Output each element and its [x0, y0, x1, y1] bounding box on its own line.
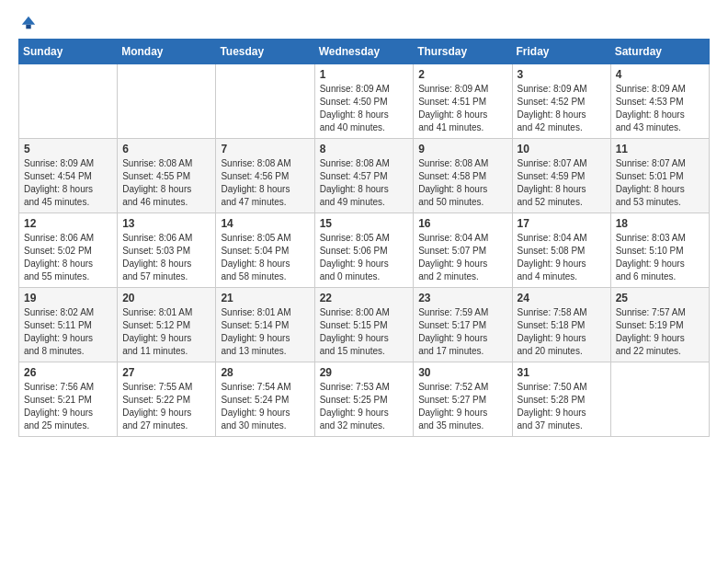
day-number: 27 — [122, 366, 210, 379]
calendar-cell: 6Sunrise: 8:08 AM Sunset: 4:55 PM Daylig… — [118, 139, 216, 213]
day-number: 20 — [122, 292, 210, 304]
calendar-cell: 29Sunrise: 7:53 AM Sunset: 5:25 PM Dayli… — [314, 362, 414, 437]
calendar-week-1: 1Sunrise: 8:09 AM Sunset: 4:50 PM Daylig… — [19, 64, 710, 139]
calendar-table: SundayMondayTuesdayWednesdayThursdayFrid… — [18, 39, 710, 437]
day-info: Sunrise: 8:00 AM Sunset: 5:15 PM Dayligh… — [320, 306, 409, 358]
calendar-week-4: 19Sunrise: 8:02 AM Sunset: 5:11 PM Dayli… — [19, 288, 710, 362]
day-info: Sunrise: 8:09 AM Sunset: 4:51 PM Dayligh… — [418, 83, 506, 134]
weekday-header-saturday: Saturday — [610, 40, 709, 64]
weekday-header-friday: Friday — [512, 40, 610, 64]
day-number: 24 — [518, 292, 606, 304]
day-number: 28 — [221, 366, 309, 379]
day-number: 25 — [616, 292, 704, 304]
calendar-cell — [118, 64, 216, 139]
day-info: Sunrise: 7:53 AM Sunset: 5:25 PM Dayligh… — [320, 381, 409, 432]
calendar-cell: 22Sunrise: 8:00 AM Sunset: 5:15 PM Dayli… — [314, 288, 414, 362]
day-number: 9 — [418, 143, 506, 155]
day-info: Sunrise: 8:03 AM Sunset: 5:10 PM Dayligh… — [616, 232, 704, 283]
day-info: Sunrise: 8:04 AM Sunset: 5:07 PM Dayligh… — [418, 232, 506, 283]
calendar-cell: 15Sunrise: 8:05 AM Sunset: 5:06 PM Dayli… — [314, 213, 414, 288]
calendar-cell — [610, 362, 709, 437]
calendar-cell: 7Sunrise: 8:08 AM Sunset: 4:56 PM Daylig… — [216, 139, 314, 213]
calendar-week-2: 5Sunrise: 8:09 AM Sunset: 4:54 PM Daylig… — [19, 139, 710, 213]
day-number: 1 — [320, 68, 409, 81]
day-number: 17 — [518, 217, 606, 230]
day-info: Sunrise: 8:09 AM Sunset: 4:54 PM Dayligh… — [24, 157, 112, 209]
day-number: 10 — [518, 143, 606, 155]
day-info: Sunrise: 8:09 AM Sunset: 4:53 PM Dayligh… — [616, 83, 704, 134]
day-number: 13 — [122, 217, 210, 230]
calendar-cell: 23Sunrise: 7:59 AM Sunset: 5:17 PM Dayli… — [414, 288, 512, 362]
day-info: Sunrise: 8:06 AM Sunset: 5:03 PM Dayligh… — [122, 232, 210, 283]
calendar-cell: 2Sunrise: 8:09 AM Sunset: 4:51 PM Daylig… — [414, 64, 512, 139]
calendar-cell: 5Sunrise: 8:09 AM Sunset: 4:54 PM Daylig… — [19, 139, 118, 213]
day-number: 14 — [221, 217, 309, 230]
day-number: 19 — [24, 292, 112, 304]
page-container: SundayMondayTuesdayWednesdayThursdayFrid… — [0, 0, 728, 446]
weekday-header-sunday: Sunday — [19, 40, 118, 64]
day-info: Sunrise: 8:06 AM Sunset: 5:02 PM Dayligh… — [24, 232, 112, 283]
day-number: 18 — [616, 217, 704, 230]
day-info: Sunrise: 8:07 AM Sunset: 5:01 PM Dayligh… — [616, 157, 704, 209]
day-info: Sunrise: 8:09 AM Sunset: 4:52 PM Dayligh… — [518, 83, 606, 134]
day-number: 15 — [320, 217, 409, 230]
calendar-cell: 13Sunrise: 8:06 AM Sunset: 5:03 PM Dayli… — [118, 213, 216, 288]
day-number: 2 — [418, 68, 506, 81]
calendar-cell: 3Sunrise: 8:09 AM Sunset: 4:52 PM Daylig… — [512, 64, 610, 139]
calendar-cell: 20Sunrise: 8:01 AM Sunset: 5:12 PM Dayli… — [118, 288, 216, 362]
day-number: 26 — [24, 366, 112, 379]
day-info: Sunrise: 7:50 AM Sunset: 5:28 PM Dayligh… — [518, 381, 606, 432]
day-number: 12 — [24, 217, 112, 230]
day-info: Sunrise: 8:05 AM Sunset: 5:06 PM Dayligh… — [320, 232, 409, 283]
calendar-cell: 30Sunrise: 7:52 AM Sunset: 5:27 PM Dayli… — [414, 362, 512, 437]
logo-icon — [20, 15, 37, 31]
calendar-cell: 16Sunrise: 8:04 AM Sunset: 5:07 PM Dayli… — [414, 213, 512, 288]
weekday-header-wednesday: Wednesday — [314, 40, 414, 64]
calendar-cell: 12Sunrise: 8:06 AM Sunset: 5:02 PM Dayli… — [19, 213, 118, 288]
day-info: Sunrise: 8:08 AM Sunset: 4:57 PM Dayligh… — [320, 157, 409, 209]
day-info: Sunrise: 7:56 AM Sunset: 5:21 PM Dayligh… — [24, 381, 112, 432]
calendar-cell: 1Sunrise: 8:09 AM Sunset: 4:50 PM Daylig… — [314, 64, 414, 139]
calendar-week-3: 12Sunrise: 8:06 AM Sunset: 5:02 PM Dayli… — [19, 213, 710, 288]
calendar-cell — [216, 64, 314, 139]
day-info: Sunrise: 8:08 AM Sunset: 4:58 PM Dayligh… — [418, 157, 506, 209]
day-info: Sunrise: 8:07 AM Sunset: 4:59 PM Dayligh… — [518, 157, 606, 209]
day-info: Sunrise: 7:55 AM Sunset: 5:22 PM Dayligh… — [122, 381, 210, 432]
day-number: 3 — [518, 68, 606, 81]
calendar-cell: 4Sunrise: 8:09 AM Sunset: 4:53 PM Daylig… — [610, 64, 709, 139]
calendar-header-row: SundayMondayTuesdayWednesdayThursdayFrid… — [19, 40, 710, 64]
day-info: Sunrise: 8:09 AM Sunset: 4:50 PM Dayligh… — [320, 83, 409, 134]
day-number: 29 — [320, 366, 409, 379]
calendar-cell: 18Sunrise: 8:03 AM Sunset: 5:10 PM Dayli… — [610, 213, 709, 288]
day-number: 6 — [122, 143, 210, 155]
day-number: 31 — [518, 366, 606, 379]
calendar-cell — [19, 64, 118, 139]
day-info: Sunrise: 8:04 AM Sunset: 5:08 PM Dayligh… — [518, 232, 606, 283]
day-info: Sunrise: 8:08 AM Sunset: 4:55 PM Dayligh… — [122, 157, 210, 209]
calendar-cell: 9Sunrise: 8:08 AM Sunset: 4:58 PM Daylig… — [414, 139, 512, 213]
day-info: Sunrise: 7:54 AM Sunset: 5:24 PM Dayligh… — [221, 381, 309, 432]
day-number: 21 — [221, 292, 309, 304]
page-header — [18, 15, 710, 31]
calendar-cell: 26Sunrise: 7:56 AM Sunset: 5:21 PM Dayli… — [19, 362, 118, 437]
calendar-cell: 24Sunrise: 7:58 AM Sunset: 5:18 PM Dayli… — [512, 288, 610, 362]
calendar-cell: 14Sunrise: 8:05 AM Sunset: 5:04 PM Dayli… — [216, 213, 314, 288]
day-number: 23 — [418, 292, 506, 304]
day-info: Sunrise: 8:08 AM Sunset: 4:56 PM Dayligh… — [221, 157, 309, 209]
weekday-header-tuesday: Tuesday — [216, 40, 314, 64]
day-info: Sunrise: 7:58 AM Sunset: 5:18 PM Dayligh… — [518, 306, 606, 358]
calendar-cell: 31Sunrise: 7:50 AM Sunset: 5:28 PM Dayli… — [512, 362, 610, 437]
calendar-cell: 25Sunrise: 7:57 AM Sunset: 5:19 PM Dayli… — [610, 288, 709, 362]
day-info: Sunrise: 7:57 AM Sunset: 5:19 PM Dayligh… — [616, 306, 704, 358]
weekday-header-monday: Monday — [118, 40, 216, 64]
calendar-week-5: 26Sunrise: 7:56 AM Sunset: 5:21 PM Dayli… — [19, 362, 710, 437]
logo — [18, 15, 37, 31]
calendar-cell: 11Sunrise: 8:07 AM Sunset: 5:01 PM Dayli… — [610, 139, 709, 213]
day-info: Sunrise: 8:02 AM Sunset: 5:11 PM Dayligh… — [24, 306, 112, 358]
calendar-cell: 8Sunrise: 8:08 AM Sunset: 4:57 PM Daylig… — [314, 139, 414, 213]
day-number: 30 — [418, 366, 506, 379]
calendar-cell: 19Sunrise: 8:02 AM Sunset: 5:11 PM Dayli… — [19, 288, 118, 362]
calendar-cell: 27Sunrise: 7:55 AM Sunset: 5:22 PM Dayli… — [118, 362, 216, 437]
day-info: Sunrise: 7:52 AM Sunset: 5:27 PM Dayligh… — [418, 381, 506, 432]
day-number: 7 — [221, 143, 309, 155]
